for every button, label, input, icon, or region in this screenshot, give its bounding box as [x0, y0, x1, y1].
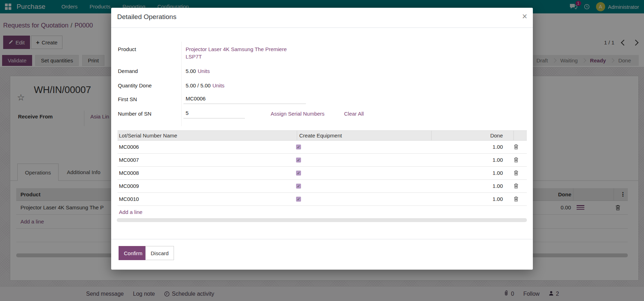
assign-serial-numbers-link[interactable]: Assign Serial Numbers [271, 111, 325, 117]
serial-name[interactable]: MC0006 [119, 141, 139, 153]
close-icon[interactable]: × [522, 11, 527, 21]
serial-table-header: Lot/Serial Number Name Create Equipment … [118, 130, 527, 141]
serial-row[interactable]: MC0006 ✓ 1.00 [118, 141, 527, 154]
product-label: Product [118, 46, 136, 52]
first-sn-input[interactable] [183, 93, 306, 104]
done-value[interactable]: 1.00 [493, 193, 503, 205]
quantity-done-value: 5.00 / 5.00Units [186, 82, 224, 88]
column-divider [513, 131, 514, 140]
create-equipment-checkbox[interactable]: ✓ [296, 158, 301, 162]
create-equipment-checkbox[interactable]: ✓ [296, 171, 301, 176]
discard-button[interactable]: Discard [145, 246, 174, 260]
add-line-row: Add a line [118, 206, 527, 219]
delete-row-icon[interactable] [514, 157, 518, 164]
lot-serial-column-header[interactable]: Lot/Serial Number Name [119, 131, 177, 140]
demand-value: 5.00Units [186, 68, 210, 74]
create-equipment-checkbox[interactable]: ✓ [296, 184, 301, 189]
done-value[interactable]: 1.00 [493, 141, 503, 153]
product-value: Projector Laser 4K Samsung The Premiere … [186, 46, 287, 61]
column-divider [297, 131, 297, 140]
serial-numbers-table: Lot/Serial Number Name Create Equipment … [118, 130, 527, 219]
detailed-operations-modal: Detailed Operations × Product Projector … [111, 8, 533, 270]
quantity-done-label: Quantity Done [118, 82, 152, 88]
serial-name[interactable]: MC0007 [119, 154, 139, 166]
demand-quantity: 5.00 [186, 68, 196, 74]
create-equipment-checkbox[interactable]: ✓ [296, 145, 301, 149]
serial-row[interactable]: MC0010 ✓ 1.00 [118, 193, 527, 206]
first-sn-label: First SN [118, 96, 137, 102]
confirm-button[interactable]: Confirm [119, 246, 148, 260]
demand-unit[interactable]: Units [198, 68, 210, 74]
clear-all-link[interactable]: Clear All [344, 111, 364, 117]
serial-row[interactable]: MC0008 ✓ 1.00 [118, 167, 527, 180]
quantity-done-quantity: 5.00 / 5.00 [186, 82, 211, 88]
modal-header: Detailed Operations × [111, 8, 533, 28]
product-link-line1[interactable]: Projector Laser 4K Samsung The Premiere [186, 46, 287, 52]
modal-horizontal-scrollbar[interactable] [117, 218, 527, 222]
demand-label: Demand [118, 68, 138, 74]
serial-name[interactable]: MC0010 [119, 193, 139, 205]
add-line-link[interactable]: Add a line [119, 206, 143, 219]
serial-row[interactable]: MC0007 ✓ 1.00 [118, 154, 527, 167]
screen: Purchase Orders Products Reporting Confi… [0, 0, 644, 301]
serial-name[interactable]: MC0008 [119, 167, 139, 179]
delete-row-icon[interactable] [514, 170, 518, 177]
delete-row-icon[interactable] [514, 183, 518, 190]
product-link-line2[interactable]: LSP7T [186, 54, 202, 60]
delete-row-icon[interactable] [514, 196, 518, 203]
serial-name[interactable]: MC0009 [119, 180, 139, 192]
done-value[interactable]: 1.00 [493, 167, 503, 179]
number-of-sn-input[interactable] [183, 108, 245, 118]
modal-title: Detailed Operations [117, 13, 176, 21]
serial-row[interactable]: MC0009 ✓ 1.00 [118, 180, 527, 193]
label-column-divider [181, 42, 182, 126]
number-of-sn-label: Number of SN [118, 111, 151, 117]
modal-footer: Confirm Discard [111, 239, 533, 270]
create-equipment-column-header[interactable]: Create Equipment [299, 131, 342, 140]
quantity-done-unit[interactable]: Units [212, 82, 224, 88]
done-value[interactable]: 1.00 [493, 180, 503, 192]
create-equipment-checkbox[interactable]: ✓ [296, 197, 301, 202]
delete-row-icon[interactable] [514, 144, 518, 150]
done-column-header[interactable]: Done [490, 131, 503, 140]
column-divider [431, 131, 432, 140]
done-value[interactable]: 1.00 [493, 154, 503, 166]
